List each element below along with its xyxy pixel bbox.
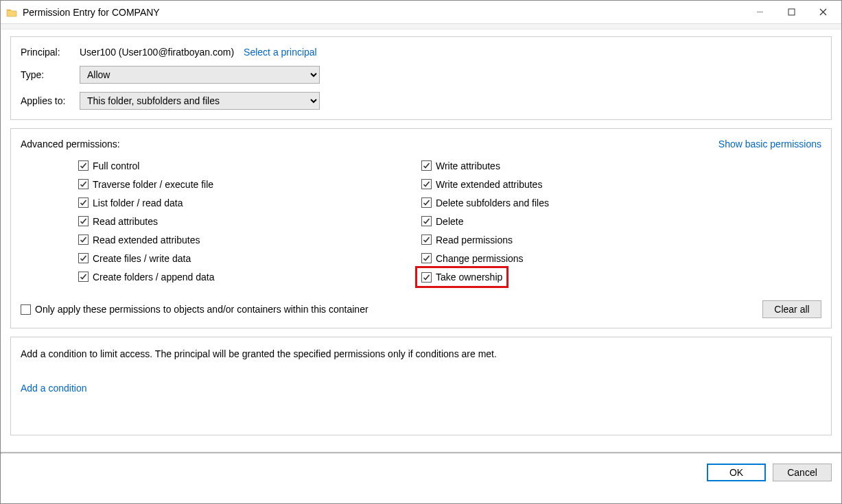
maximize-button[interactable] — [775, 2, 807, 23]
perm-label: Create files / write data — [93, 253, 191, 264]
perm-take-ownership[interactable]: Take ownership — [415, 266, 508, 288]
select-principal-link[interactable]: Select a principal — [244, 47, 317, 58]
perm-label: Take ownership — [436, 272, 502, 283]
perm-label: Delete subfolders and files — [436, 197, 549, 208]
perm-label: Delete — [436, 216, 463, 227]
condition-panel: Add a condition to limit access. The pri… — [10, 337, 832, 435]
checkbox-icon[interactable] — [421, 253, 432, 263]
only-apply-checkbox[interactable]: Only apply these permissions to objects … — [21, 304, 369, 315]
checkbox-icon[interactable] — [421, 160, 432, 171]
condition-description: Add a condition to limit access. The pri… — [21, 348, 821, 359]
ok-button[interactable]: OK — [707, 464, 766, 481]
checkbox-icon[interactable] — [421, 179, 432, 189]
perm-create-files[interactable]: Create files / write data — [78, 249, 421, 267]
perm-read-extended-attributes[interactable]: Read extended attributes — [78, 230, 421, 249]
perm-read-permissions[interactable]: Read permissions — [421, 230, 764, 249]
advanced-permissions-heading: Advanced permissions: — [21, 139, 120, 149]
checkbox-icon[interactable] — [78, 160, 89, 171]
perm-read-attributes[interactable]: Read attributes — [78, 212, 421, 230]
perm-write-attributes[interactable]: Write attributes — [421, 156, 764, 175]
perm-label: Read permissions — [436, 235, 513, 245]
perm-label: Read attributes — [93, 216, 158, 227]
permissions-column-right: Write attributes Write extended attribut… — [421, 156, 764, 288]
minimize-button[interactable] — [744, 2, 775, 23]
perm-label: Read extended attributes — [93, 235, 200, 245]
dialog-footer: OK Cancel — [1, 454, 841, 488]
checkbox-icon[interactable] — [21, 304, 31, 315]
perm-label: Traverse folder / execute file — [93, 179, 213, 190]
checkbox-icon[interactable] — [78, 272, 89, 282]
add-condition-link[interactable]: Add a condition — [21, 383, 87, 394]
principal-label: Principal: — [21, 47, 80, 58]
checkbox-icon[interactable] — [421, 272, 432, 283]
principal-panel: Principal: User100 (User100@firatboyan.c… — [10, 36, 832, 120]
checkbox-icon[interactable] — [78, 197, 89, 208]
perm-label: Write attributes — [436, 160, 500, 171]
checkbox-icon[interactable] — [78, 216, 89, 226]
checkbox-icon[interactable] — [421, 197, 432, 208]
only-apply-label: Only apply these permissions to objects … — [35, 304, 369, 315]
applies-to-select[interactable]: This folder, subfolders and files — [80, 92, 320, 110]
folder-icon — [6, 8, 17, 17]
clear-all-button[interactable]: Clear all — [762, 300, 821, 318]
show-basic-permissions-link[interactable]: Show basic permissions — [718, 139, 821, 149]
perm-label: List folder / read data — [93, 197, 183, 208]
principal-value: User100 (User100@firatboyan.com) — [80, 47, 234, 58]
close-button[interactable] — [807, 2, 839, 23]
perm-label: Create folders / append data — [93, 272, 214, 283]
perm-list-folder[interactable]: List folder / read data — [78, 193, 421, 212]
perm-write-extended-attributes[interactable]: Write extended attributes — [421, 175, 764, 193]
perm-label: Full control — [93, 160, 139, 171]
perm-traverse-folder[interactable]: Traverse folder / execute file — [78, 175, 421, 193]
applies-to-label: Applies to: — [21, 95, 80, 106]
type-select[interactable]: Allow — [80, 66, 320, 84]
cancel-button[interactable]: Cancel — [773, 464, 832, 481]
perm-change-permissions[interactable]: Change permissions — [421, 249, 764, 267]
perm-delete[interactable]: Delete — [421, 212, 764, 230]
titlebar: Permission Entry for COMPANY — [1, 1, 841, 24]
checkbox-icon[interactable] — [78, 235, 89, 245]
perm-delete-subfolders[interactable]: Delete subfolders and files — [421, 193, 764, 212]
type-label: Type: — [21, 69, 80, 80]
svg-rect-1 — [788, 9, 795, 15]
checkbox-icon[interactable] — [421, 235, 432, 245]
checkbox-icon[interactable] — [78, 253, 89, 263]
window-title: Permission Entry for COMPANY — [23, 7, 160, 18]
perm-create-folders[interactable]: Create folders / append data — [78, 267, 421, 286]
perm-label: Change permissions — [436, 253, 524, 264]
permissions-column-left: Full control Traverse folder / execute f… — [78, 156, 421, 288]
checkbox-icon[interactable] — [78, 179, 89, 189]
perm-full-control[interactable]: Full control — [78, 156, 421, 175]
checkbox-icon[interactable] — [421, 216, 432, 226]
perm-label: Write extended attributes — [436, 179, 542, 190]
permissions-panel: Advanced permissions: Show basic permiss… — [10, 128, 832, 328]
